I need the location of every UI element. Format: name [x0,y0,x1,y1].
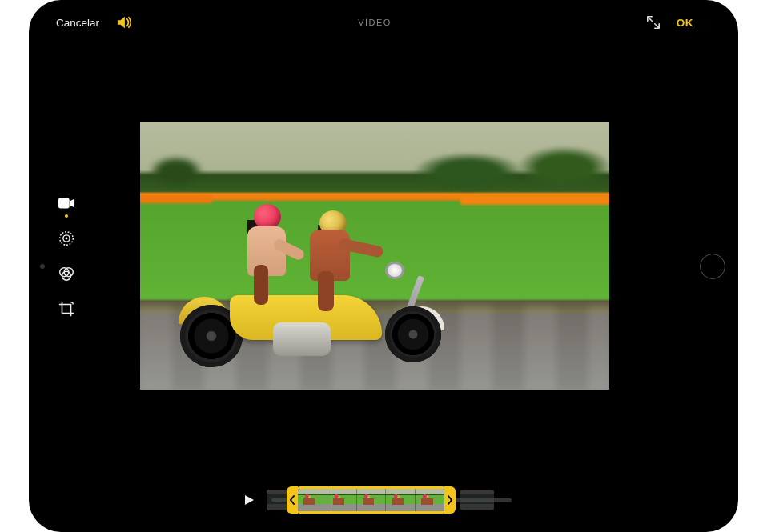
play-button[interactable] [238,489,260,511]
volume-icon[interactable] [115,15,133,30]
video-preview[interactable] [140,122,609,390]
editor-content [56,35,693,476]
scene-tree [516,146,609,190]
editor-header: Cancelar VÍDEO OK [56,10,693,35]
scene-flowers [140,195,212,203]
scene-tree [412,152,524,192]
timeline-thumb [298,489,327,511]
ipad-frame: Cancelar VÍDEO OK [29,0,738,532]
trim-selection[interactable] [295,486,448,514]
scene-flowers [460,197,609,205]
cancel-button[interactable]: Cancelar [56,17,99,29]
timeline-thumb-outside [460,490,494,510]
scene-motorbike [185,207,449,367]
trim-handle-end[interactable] [444,486,456,514]
scene-rider [295,206,375,308]
done-button[interactable]: OK [677,17,693,29]
trim-handle-start[interactable] [287,486,298,514]
filters-tool-button[interactable] [56,263,77,284]
svg-point-3 [66,237,68,239]
fullscreen-icon[interactable] [646,15,661,30]
timeline-thumb [357,489,387,511]
timeline-track[interactable] [271,486,512,514]
header-left-group: Cancelar [56,15,133,30]
header-right-group: OK [646,15,693,30]
scene-tree [148,155,204,187]
home-button[interactable] [700,254,725,279]
video-tool-button[interactable] [56,193,77,214]
timeline-thumb [416,489,445,511]
crop-tool-button[interactable] [56,298,77,319]
svg-rect-0 [58,198,70,208]
timeline-thumb [327,489,357,511]
device-camera-dot [40,264,45,269]
timeline-bar [56,476,693,516]
edit-tools-sidebar [56,193,77,319]
mode-title: VÍDEO [358,18,392,27]
adjust-tool-button[interactable] [56,228,77,249]
timeline-thumb [386,489,416,511]
